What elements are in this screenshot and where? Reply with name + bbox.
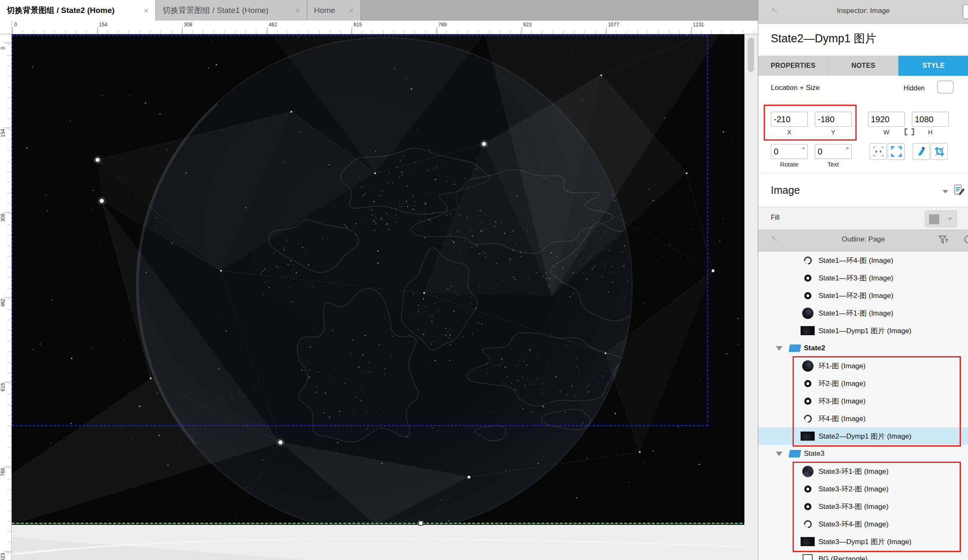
- outline-item[interactable]: BG (Rectangle): [758, 550, 968, 560]
- widget-thumbnail-icon: [800, 554, 815, 560]
- outline-group[interactable]: State3: [758, 445, 968, 462]
- text-rotate-field-group: ° Text: [815, 144, 852, 168]
- ruler-tick-label: 308: [0, 209, 6, 226]
- rotate-field-group: ° Rotate: [771, 144, 808, 168]
- document-tab-1[interactable]: 切换背景图组 / State2 (Home)×: [0, 0, 156, 21]
- canvas-vertical-scrollbar[interactable]: [748, 38, 754, 72]
- widget-thumbnail-icon: [800, 503, 815, 510]
- outline-item[interactable]: State1—Dymp1 图片 (Image): [758, 322, 968, 339]
- tab-label: Home: [314, 6, 335, 15]
- outline-item[interactable]: State3—Dymp1 图片 (Image): [758, 533, 968, 550]
- design-canvas[interactable]: AFRICA: [12, 34, 758, 560]
- widget-thumbnail-icon: [800, 537, 815, 546]
- inspector-panel: ↖ Inspector: Image State2—Dymp1 图片 PROPE…: [758, 0, 968, 560]
- flip-button[interactable]: [870, 143, 887, 160]
- filter-funnel-icon[interactable]: [938, 235, 949, 246]
- crop-button[interactable]: [931, 143, 948, 160]
- w-input[interactable]: [868, 112, 905, 127]
- image-section-label: Image: [771, 184, 800, 196]
- outline-item-label: State3-环1-图 (Image): [819, 467, 888, 476]
- outline-item-label: State1—环1-图 (Image): [819, 308, 893, 318]
- tab-close-icon[interactable]: ×: [295, 6, 300, 15]
- h-field-group: H: [912, 112, 949, 136]
- w-label: W: [868, 128, 905, 136]
- h-input[interactable]: [912, 112, 949, 127]
- ruler-tick-label: 154: [99, 22, 108, 28]
- fit-selection-button[interactable]: [888, 143, 905, 160]
- fill-chevron-down-icon: [947, 218, 953, 221]
- expander-triangle-icon[interactable]: [776, 346, 783, 351]
- outline-item[interactable]: State3-环2-图 (Image): [758, 480, 968, 498]
- y-field-group: Y: [815, 112, 852, 136]
- outline-item-label: BG (Rectangle): [819, 555, 868, 560]
- ruler-tick-label: 615: [0, 378, 6, 396]
- outline-item[interactable]: State3-环3-图 (Image): [758, 498, 968, 515]
- text-degree-unit: °: [846, 146, 849, 153]
- outline-item[interactable]: 环4-图 (Image): [758, 410, 968, 427]
- tab-properties[interactable]: PROPERTIES: [758, 56, 829, 76]
- vertical-ruler: 0154308462615769923: [0, 34, 12, 560]
- fill-color-square: [929, 214, 939, 224]
- outline-item[interactable]: State1—环1-图 (Image): [758, 304, 968, 322]
- inspector-tabs: PROPERTIESNOTESSTYLE: [758, 56, 968, 76]
- ruler-tick-label: 1231: [693, 22, 704, 28]
- image-section-chevron-down-icon[interactable]: [942, 190, 948, 193]
- outline-item-label: State1—环2-图 (Image): [819, 291, 893, 301]
- h-label: H: [912, 128, 949, 136]
- outline-item-label: State1—Dymp1 图片 (Image): [819, 326, 911, 336]
- outline-item[interactable]: State1—环2-图 (Image): [758, 287, 968, 304]
- outline-item-label: State3-环2-图 (Image): [819, 484, 888, 494]
- widget-thumbnail-icon: [800, 415, 815, 423]
- ruler-tick-label: 923: [0, 548, 6, 560]
- selection-resize-handle[interactable]: [418, 521, 423, 526]
- outline-item-label: State3: [804, 450, 824, 458]
- outline-item[interactable]: 环1-图 (Image): [758, 357, 968, 375]
- tab-notes[interactable]: NOTES: [829, 56, 899, 76]
- outline-item[interactable]: 环2-图 (Image): [758, 375, 968, 392]
- horizontal-ruler: 015430846261576992310771231: [12, 21, 758, 34]
- location-size-section-label: Location + Size: [771, 84, 820, 92]
- outline-group[interactable]: State2: [758, 339, 968, 357]
- format-painter-pen-button[interactable]: [913, 143, 930, 160]
- w-field-group: W: [868, 112, 905, 136]
- y-input[interactable]: [815, 112, 852, 127]
- hidden-label: Hidden: [904, 85, 925, 92]
- rotate-degree-unit: °: [802, 146, 805, 153]
- outline-item[interactable]: State3-环1-图 (Image): [758, 462, 968, 480]
- ruler-tick-label: 769: [0, 463, 6, 481]
- document-tab-2[interactable]: 切换背景图组 / State1 (Home)×: [156, 0, 307, 21]
- widget-thumbnail-icon: [800, 398, 815, 405]
- ruler-tick-label: 769: [438, 22, 447, 28]
- pane-options-icon[interactable]: [963, 4, 968, 19]
- ruler-tick-label: 154: [0, 124, 6, 142]
- y-label: Y: [815, 128, 852, 136]
- link-wh-icon[interactable]: [904, 128, 915, 136]
- outline-item[interactable]: 环3-图 (Image): [758, 392, 968, 410]
- expander-triangle-icon[interactable]: [776, 452, 783, 456]
- outline-item-label: 环1-图 (Image): [819, 361, 865, 371]
- tab-close-icon[interactable]: ×: [144, 6, 149, 15]
- outline-pane-header: ↖ Outline: Page: [758, 229, 968, 252]
- widget-thumbnail-icon: [800, 326, 815, 335]
- outline-item[interactable]: State1—环3-图 (Image): [758, 269, 968, 287]
- edit-image-notes-icon[interactable]: [953, 184, 965, 196]
- widget-thumbnail-icon: [800, 466, 815, 477]
- widget-thumbnail-icon: [800, 257, 815, 265]
- outline-item[interactable]: State3-环4-图 (Image): [758, 515, 968, 533]
- document-tab-3[interactable]: Home×: [307, 0, 361, 21]
- group-folder-icon: [788, 450, 801, 457]
- outline-item[interactable]: State1—环4-图 (Image): [758, 252, 968, 269]
- widget-thumbnail-icon: [800, 520, 815, 528]
- selected-widget-bottom-edge: [12, 523, 744, 524]
- x-input[interactable]: [771, 112, 808, 127]
- widget-thumbnail-icon: [800, 380, 815, 387]
- ruler-tick-label: 0: [14, 22, 17, 28]
- outline-item[interactable]: State2—Dymp1 图片 (Image): [758, 427, 968, 445]
- tab-style[interactable]: STYLE: [898, 56, 968, 76]
- tab-label: 切换背景图组 / State2 (Home): [7, 5, 115, 16]
- tab-close-icon[interactable]: ×: [349, 6, 354, 15]
- text-rotate-label: Text: [815, 161, 852, 168]
- hidden-checkbox[interactable]: [937, 80, 954, 94]
- fill-color-swatch[interactable]: [925, 211, 957, 227]
- outline-item-label: State2: [804, 344, 825, 352]
